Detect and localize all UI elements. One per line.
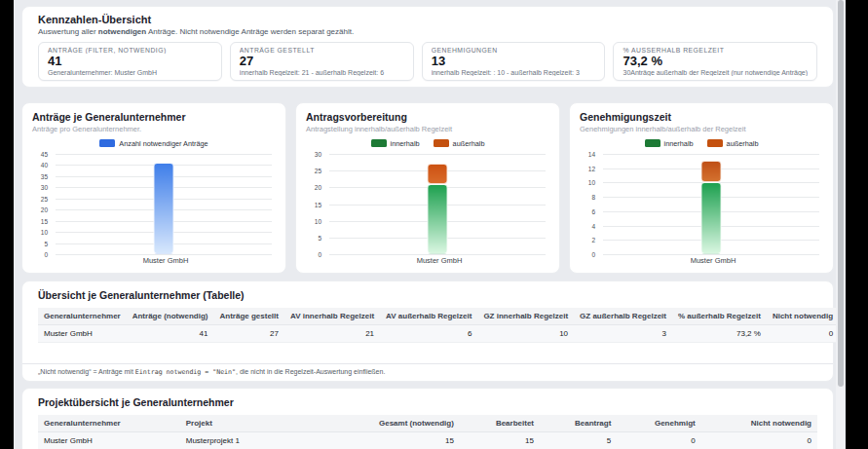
chart-title: Antragsvorbereitung [306,111,549,123]
kpi-card-row: ANTRÄGE (FILTER, NOTWENDIG) 41 Generalun… [38,42,817,81]
y-tick-label: 2 [591,237,595,243]
y-tick-label: 0 [591,251,595,258]
overview-table-title: Übersicht je Generalunternehmer (Tabelle… [38,289,817,301]
y-tick-label: 20 [41,206,48,213]
column-header: Anträge gestellt [213,308,283,325]
legend-swatch [707,139,723,147]
y-tick-label: 25 [315,168,321,174]
chart-card-antraege: Anträge je Generalunternehmer Anträge pr… [21,102,286,274]
chart-title: Genehmigungszeit [580,111,823,123]
table-cell: 15 [460,432,540,449]
column-header: AV innerhalb Regelzeit [284,308,380,325]
table-cell: 41 [127,325,214,343]
legend-swatch [645,139,660,147]
page-title: Kennzahlen-Übersicht [38,14,817,25]
bar-column [154,154,174,254]
footnote-code: Eintrag notwendig = "Nein" [135,368,236,376]
y-tick-label: 30 [315,151,321,158]
kpi-card-antraege-gestellt: ANTRÄGE GESTELLT 27 innerhalb Regelzeit:… [230,42,414,81]
column-header: GZ innerhalb Regelzeit [477,308,574,325]
y-tick-label: 5 [318,234,321,241]
chart-title: Anträge je Generalunternehmer [32,111,276,123]
kpi-value: 41 [48,54,212,69]
legend-item[interactable]: außerhalb [434,139,485,148]
table-cell: 15 [321,432,460,449]
y-tick-label: 45 [41,151,48,158]
kpi-card-genehmigungen: GENEHMIGUNGEN 13 innerhalb Regelzeit: : … [422,42,606,81]
y-axis-ticks: 051015202530 [306,154,325,254]
project-table: GeneralunternehmerProjektGesamt (notwend… [38,415,817,449]
plot-area [329,154,546,254]
kpi-subtext: 30Anträge außerhalb der Regelzeit (nur n… [623,69,808,76]
kpi-label: ANTRÄGE (FILTER, NOTWENDIG) [48,47,212,54]
y-tick-label: 10 [41,229,48,236]
legend-item[interactable]: innerhalb [645,139,694,148]
chart-subtitle: Genehmigungen innerhalb/außerhalb der Re… [580,125,823,133]
kpi-label: ANTRÄGE GESTELLT [240,47,404,54]
table-cell: Musterprojekt 1 [180,432,321,449]
table-header-row: GeneralunternehmerAnträge (notwendig)Ant… [38,308,839,325]
chart-card-antragsvorbereitung: Antragsvorbereitung Antragstellung inner… [295,102,560,274]
subtitle-prefix: Auswertung aller [38,27,98,36]
table-cell: 6 [380,325,477,343]
kpi-subtext: Generalunternehmer: Muster GmbH [48,69,212,76]
table-cell: Muster GmbH [38,432,180,449]
y-tick-label: 14 [588,151,595,158]
charts-row: Anträge je Generalunternehmer Anträge pr… [21,102,834,274]
legend-label: innerhalb [391,139,420,148]
bar-segment-au-erhalb[interactable] [428,164,448,184]
column-header: Nicht notwendig [767,308,839,325]
column-header: Anträge (notwendig) [127,308,214,325]
bar-segment-innerhalb[interactable] [428,184,448,254]
footnote-suffix: , die nicht in die Regelzeit-Auswertung … [236,368,385,375]
plot-area [56,154,272,254]
column-header: Bearbeitet [460,415,540,432]
subtitle-suffix: Anträge. Nicht notwendige Anträge werden… [146,27,354,36]
y-tick-label: 10 [315,217,321,224]
kpi-label: GENEHMIGUNGEN [432,47,596,54]
x-axis-category-label: Muster GmbH [580,256,823,267]
kpi-value: 73,2 % [623,54,808,69]
column-header: Generalunternehmer [38,308,127,325]
bar-segment-innerhalb[interactable] [701,182,722,254]
table-cell: 73,2 % [672,325,767,343]
bar-column [428,154,448,254]
column-header: Generalunternehmer [38,415,180,432]
bar-segment-anzahl-notwendiger-antr-ge[interactable] [154,163,174,254]
column-header: Beantragt [540,415,617,432]
chart-legend: innerhalbaußerhalb [580,138,823,148]
y-tick-label: 30 [41,184,48,191]
y-tick-label: 6 [591,207,595,214]
legend-item[interactable]: Anzahl notwendiger Anträge [99,139,208,148]
plot-area [603,154,819,254]
scrollbar-thumb[interactable] [838,0,844,387]
column-header: % außerhalb Regelzeit [672,308,767,325]
y-tick-label: 0 [318,251,321,258]
legend-swatch [434,139,449,147]
kpi-value: 27 [240,54,404,69]
footnote-prefix: „Nicht notwendig“ = Anträge mit [38,368,135,375]
scrollbar-track[interactable] [836,0,845,449]
gridline [603,254,819,255]
y-tick-label: 40 [41,162,48,168]
column-header: AV außerhalb Regelzeit [380,308,477,325]
legend-swatch [99,139,115,147]
bar-segment-au-erhalb[interactable] [701,161,722,182]
legend-item[interactable]: außerhalb [707,139,759,148]
legend-swatch [371,139,387,147]
plot-wrap: 02468101214 [580,154,823,254]
table-footnote: „Nicht notwendig“ = Anträge mit Eintrag … [22,363,833,381]
table-cell: 0 [617,432,700,449]
chart-legend: innerhalbaußerhalb [306,138,549,148]
table-cell: 0 [767,325,839,343]
gridline [329,254,546,255]
table-cell: 3 [574,325,672,343]
bar-column [701,154,722,254]
chart-card-genehmigungszeit: Genehmigungszeit Genehmigungen innerhalb… [569,102,834,274]
y-tick-label: 4 [591,222,595,229]
y-tick-label: 25 [41,195,48,202]
chart-subtitle: Antragstellung innerhalb/außerhalb Regel… [306,125,549,133]
column-header: Genehmigt [617,415,700,432]
legend-item[interactable]: innerhalb [371,139,420,148]
plot-wrap: 051015202530354045 [32,154,276,254]
